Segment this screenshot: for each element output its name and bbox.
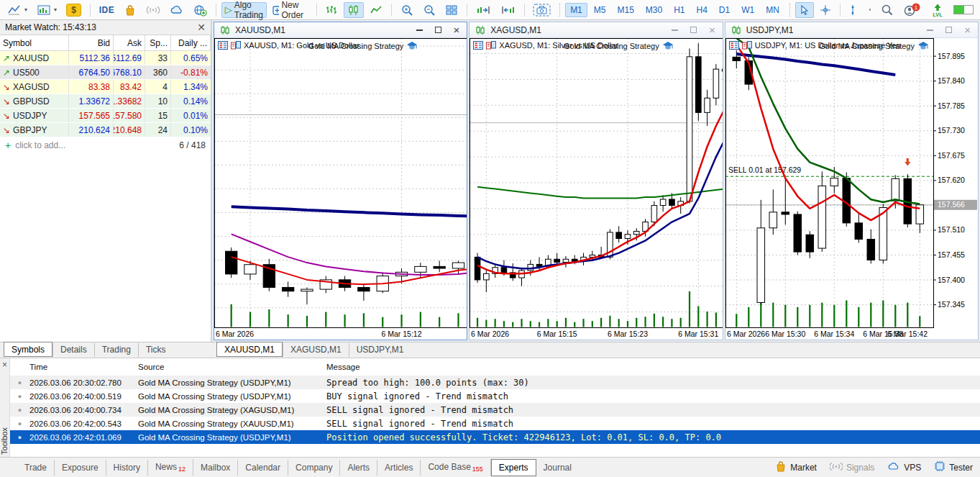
- market-watch-row-usdjpy[interactable]: ↘USDJPY157.565157.580150.01%: [0, 109, 211, 123]
- log-row[interactable]: ●2026.03.06 20:42:00.543Gold MA Crossing…: [10, 417, 980, 430]
- vertical-line-tool-button[interactable]: [845, 2, 861, 18]
- dollar-icon: $: [66, 4, 81, 17]
- bottom-tab-mailbox[interactable]: Mailbox: [193, 460, 238, 476]
- column-header-symbol[interactable]: Symbol: [0, 35, 69, 50]
- market-watch-row-xagusd[interactable]: ↘XAGUSD83.3883.4241.34%: [0, 80, 211, 94]
- timeframe-w1[interactable]: W1: [736, 3, 759, 17]
- bottom-tab-experts[interactable]: Experts: [491, 459, 536, 476]
- close-icon[interactable]: ×: [454, 27, 460, 34]
- line-chart-mode-button[interactable]: [366, 2, 386, 18]
- web-community-button[interactable]: [190, 2, 211, 18]
- separator: [559, 4, 560, 17]
- bottom-tab-news[interactable]: News12: [148, 459, 193, 476]
- close-icon[interactable]: ✕: [197, 22, 206, 32]
- timeframe-m1[interactable]: M1: [565, 3, 587, 17]
- log-row[interactable]: ●2026.03.06 20:42:01.069Gold MA Crossing…: [10, 430, 980, 444]
- bottom-tab-articles[interactable]: Articles: [377, 460, 421, 476]
- level-up-button[interactable]: LVL: [927, 2, 948, 18]
- column-header-spread[interactable]: Sp...: [145, 35, 171, 50]
- timeframe-m30[interactable]: M30: [641, 3, 667, 17]
- signals-button[interactable]: [142, 2, 164, 18]
- bottom-tab-history[interactable]: History: [106, 460, 148, 476]
- market-watch-row-us500[interactable]: ↗US5006764.506768.10360-0.81%: [0, 65, 211, 80]
- bar-chart-mode-button[interactable]: [321, 2, 342, 18]
- screenshot-button[interactable]: [529, 2, 554, 18]
- log-row[interactable]: ●2026.03.06 20:30:02.780Gold MA Crossing…: [10, 376, 980, 389]
- market-store-button[interactable]: [120, 2, 140, 18]
- chart-tab-xauusd-m1[interactable]: XAUUSD,M1: [216, 342, 283, 357]
- price-chart-usdjpy-m1[interactable]: 6 Mar 20266 Mar 15:306 Mar 15:346 Mar 15…: [725, 38, 978, 340]
- connection-meter[interactable]: [953, 5, 974, 14]
- maximize-icon[interactable]: [435, 27, 441, 33]
- bottom-tab-code-base[interactable]: Code Base155: [421, 459, 490, 476]
- chart-tab-xagusd-m1[interactable]: XAGUSD,M1: [283, 343, 349, 357]
- chart-window-titlebar[interactable]: XAUUSD,M1×: [214, 22, 467, 38]
- price-chart-xauusd-m1[interactable]: 6 Mar 20266 Mar 15:126 Mar 15:206 Mar 15…: [214, 38, 467, 340]
- timeframe-m15[interactable]: M15: [612, 3, 638, 17]
- crosshair-tool-button[interactable]: [816, 2, 835, 18]
- column-header-time[interactable]: Time: [29, 363, 138, 371]
- cursor-tool-button[interactable]: [795, 2, 814, 18]
- tab-details[interactable]: Details: [52, 343, 94, 357]
- minimize-icon[interactable]: [927, 29, 933, 31]
- column-header-bid[interactable]: Bid: [69, 35, 114, 50]
- shift-end-button[interactable]: [472, 2, 495, 18]
- indicators-dropdown[interactable]: ▾: [33, 2, 60, 18]
- new-order-button[interactable]: New Order: [269, 2, 311, 18]
- log-time: 2026.03.06 20:42:01.069: [29, 433, 138, 442]
- timeframe-h1[interactable]: H1: [669, 3, 690, 17]
- bottom-tab-exposure[interactable]: Exposure: [55, 460, 106, 476]
- bottom-tab-journal[interactable]: Journal: [536, 460, 579, 476]
- zoom-out-button[interactable]: [419, 2, 439, 18]
- timeframe-m5[interactable]: M5: [589, 3, 611, 17]
- column-header-source[interactable]: Source: [138, 363, 326, 371]
- market-watch-row-gbpusd[interactable]: ↘GBPUSD1.336721.33682100.14%: [0, 94, 211, 109]
- market-watch-row-xauusd[interactable]: ↗XAUUSD5112.365112.69330.65%: [0, 51, 211, 65]
- zoom-in-button[interactable]: [397, 2, 417, 18]
- price-chart-xagusd-m1[interactable]: 6 Mar 20266 Mar 15:156 Mar 15:236 Mar 15…: [470, 38, 722, 340]
- close-icon[interactable]: ×: [0, 360, 9, 369]
- candlestick-mode-button[interactable]: [344, 2, 364, 18]
- column-header-ask[interactable]: Ask: [114, 35, 145, 50]
- close-icon[interactable]: ×: [709, 27, 715, 34]
- tile-windows-button[interactable]: [441, 2, 462, 18]
- log-bullet-icon: ●: [10, 393, 29, 400]
- status-tester[interactable]: Tester: [934, 460, 973, 474]
- chart-type-dropdown[interactable]: ▾: [4, 2, 31, 18]
- close-icon[interactable]: ×: [964, 27, 971, 34]
- payments-button[interactable]: $: [63, 2, 85, 18]
- search-button[interactable]: [877, 2, 897, 18]
- maximize-icon[interactable]: [945, 27, 952, 33]
- chart-tab-usdjpy-m1[interactable]: USDJPY,M1: [349, 343, 411, 357]
- cloud-button[interactable]: [166, 2, 188, 18]
- timeframe-h4[interactable]: H4: [692, 3, 713, 17]
- maximize-icon[interactable]: [690, 27, 697, 33]
- status-market[interactable]: Market: [775, 460, 817, 474]
- log-row[interactable]: ●2026.03.06 20:40:00.734Gold MA Crossing…: [10, 403, 980, 417]
- minimize-icon[interactable]: [416, 29, 423, 31]
- ide-button[interactable]: IDE: [96, 2, 119, 18]
- column-header-message[interactable]: Message: [326, 363, 980, 371]
- bottom-tab-company[interactable]: Company: [288, 460, 340, 476]
- bottom-tab-alerts[interactable]: Alerts: [340, 460, 377, 476]
- market-watch-row-gbpjpy[interactable]: ↘GBPJPY210.624210.648240.10%: [0, 123, 211, 137]
- tab-trading[interactable]: Trading: [94, 343, 138, 357]
- chart-window-titlebar[interactable]: XAGUSD,M1×: [470, 22, 722, 38]
- crosshair-icon: [820, 4, 831, 16]
- timeframe-d1[interactable]: D1: [714, 3, 735, 17]
- minimize-icon[interactable]: [672, 29, 678, 31]
- bottom-tab-calendar[interactable]: Calendar: [238, 460, 288, 476]
- auto-scroll-button[interactable]: [497, 2, 519, 18]
- tab-ticks[interactable]: Ticks: [138, 343, 173, 357]
- add-symbol-row[interactable]: + click to add... 6 / 418: [0, 137, 211, 153]
- tab-symbols[interactable]: Symbols: [4, 342, 52, 357]
- status-signals[interactable]: Signals: [830, 462, 874, 473]
- timeframe-mn[interactable]: MN: [761, 3, 784, 17]
- log-row[interactable]: ●2026.03.06 20:40:00.519Gold MA Crossing…: [10, 389, 980, 403]
- algo-trading-button[interactable]: ▷ Algo Trading: [221, 2, 267, 18]
- notifications-button[interactable]: 1: [899, 2, 925, 18]
- bottom-tab-trade[interactable]: Trade: [17, 460, 55, 476]
- status-vps[interactable]: VPS: [887, 461, 921, 473]
- chart-window-titlebar[interactable]: USDJPY,M1×: [725, 22, 978, 38]
- column-header-daily[interactable]: Daily ...: [171, 35, 211, 50]
